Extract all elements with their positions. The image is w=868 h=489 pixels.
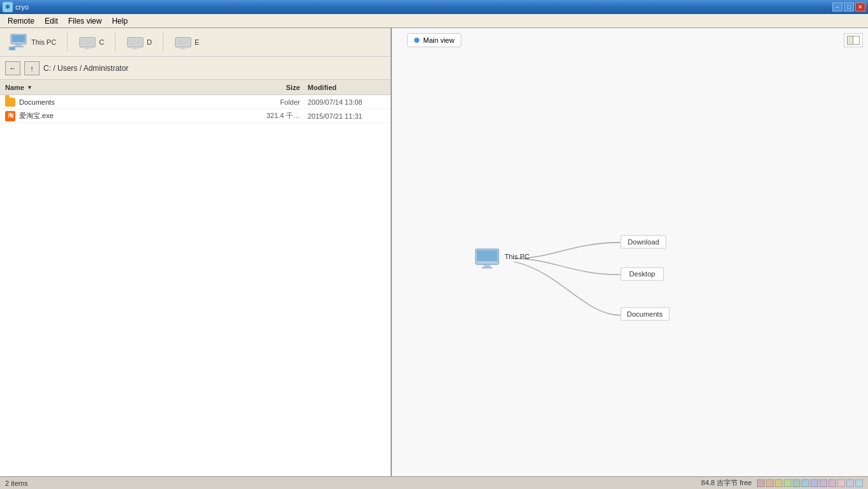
drive-c-icon — [79, 35, 96, 49]
path-text: C: / Users / Administrator — [43, 64, 128, 73]
color-swatch[interactable] — [819, 479, 827, 487]
drive-e-label: E — [195, 38, 199, 46]
svg-rect-17 — [177, 39, 190, 45]
color-swatch[interactable] — [784, 479, 791, 487]
mindmap-area: This PC Download Desktop Documents — [392, 28, 868, 476]
file-size-documents: Folder — [249, 98, 300, 106]
color-swatch[interactable] — [828, 479, 836, 487]
svg-rect-5 — [10, 47, 15, 50]
svg-rect-2 — [16, 44, 21, 46]
maximize-button[interactable]: □ — [844, 3, 854, 11]
this-pc-icon — [8, 34, 29, 50]
color-swatch[interactable] — [793, 479, 800, 487]
drive-separator-1 — [67, 33, 68, 52]
drive-d-label: D — [147, 38, 152, 46]
file-name-documents: Documents — [0, 98, 249, 107]
right-panel: Main view — [392, 28, 868, 476]
color-swatch[interactable] — [757, 479, 765, 487]
column-modified-header[interactable]: Modified — [300, 84, 383, 91]
color-palette — [757, 479, 863, 487]
back-button[interactable]: ← — [5, 61, 20, 75]
svg-rect-12 — [129, 39, 142, 45]
left-panel: This PC C — [0, 28, 392, 476]
title-bar-left: ❄ cryo — [3, 2, 29, 12]
file-modified-documents: 2009/07/14 13:08 — [300, 98, 383, 106]
menu-bar: Remote Edit Files view Help — [0, 14, 868, 28]
minimize-button[interactable]: − — [832, 3, 842, 11]
svg-rect-7 — [81, 39, 94, 45]
svg-rect-1 — [12, 35, 25, 42]
color-swatch[interactable] — [837, 479, 845, 487]
menu-files-view[interactable]: Files view — [63, 15, 107, 27]
svg-text:Documents: Documents — [627, 310, 662, 318]
file-modified-taobao: 2015/07/21 11:31 — [300, 112, 383, 120]
svg-rect-24 — [482, 267, 492, 268]
color-swatch[interactable] — [811, 479, 818, 487]
file-list-header: Name ▼ Size Modified — [0, 80, 391, 95]
file-size-taobao: 321.4 千… — [249, 111, 300, 121]
svg-rect-22 — [477, 250, 497, 261]
this-pc-drive[interactable]: This PC — [5, 32, 59, 52]
drive-d-icon — [126, 35, 144, 49]
svg-text:Download: Download — [628, 238, 659, 246]
status-bar: 2 items 84.8 吉字节 free — [0, 476, 868, 489]
title-text: cryo — [15, 3, 29, 11]
close-button[interactable]: ✕ — [855, 3, 865, 11]
menu-edit[interactable]: Edit — [40, 15, 63, 27]
drive-separator-2 — [115, 33, 116, 52]
color-swatch[interactable] — [775, 479, 782, 487]
up-button[interactable]: ↑ — [24, 61, 40, 75]
column-name-header[interactable]: Name ▼ — [0, 84, 249, 91]
color-swatch[interactable] — [855, 479, 863, 487]
mindmap-svg: This PC Download Desktop Documents — [392, 28, 868, 476]
documents-node[interactable]: Documents — [621, 308, 670, 320]
download-node[interactable]: Download — [621, 236, 666, 248]
svg-text:This PC: This PC — [504, 253, 529, 260]
drive-toolbar: This PC C — [0, 28, 391, 57]
table-row[interactable]: 淘 爱淘宝.exe 321.4 千… 2015/07/21 11:31 — [0, 109, 391, 123]
taobao-icon: 淘 — [5, 111, 15, 121]
desktop-node[interactable]: Desktop — [621, 267, 664, 280]
svg-rect-20 — [179, 49, 187, 49]
status-items-count: 2 items — [5, 479, 27, 487]
svg-rect-13 — [128, 47, 143, 48]
color-swatch[interactable] — [766, 479, 774, 487]
svg-text:Desktop: Desktop — [629, 270, 655, 278]
file-name-taobao: 淘 爱淘宝.exe — [0, 111, 249, 121]
column-size-header[interactable]: Size — [249, 84, 300, 91]
app-icon: ❄ — [3, 2, 13, 12]
this-pc-node[interactable]: This PC — [475, 249, 530, 268]
this-pc-label: This PC — [31, 38, 56, 46]
path-bar: ← ↑ C: / Users / Administrator — [0, 57, 391, 80]
file-list: Documents Folder 2009/07/14 13:08 淘 爱淘宝.… — [0, 95, 391, 476]
folder-icon — [5, 98, 15, 107]
svg-rect-23 — [484, 264, 490, 267]
window-controls: − □ ✕ — [832, 3, 865, 11]
main-container: This PC C — [0, 28, 868, 476]
drive-c-group[interactable]: C — [75, 33, 107, 51]
drive-d-group[interactable]: D — [123, 33, 155, 51]
title-bar: ❄ cryo − □ ✕ — [0, 0, 868, 14]
svg-rect-8 — [80, 47, 95, 48]
svg-rect-10 — [84, 49, 91, 49]
color-swatch[interactable] — [846, 479, 854, 487]
status-free-space: 84.8 吉字节 free — [701, 478, 752, 488]
menu-remote[interactable]: Remote — [3, 15, 40, 27]
svg-rect-18 — [176, 47, 191, 48]
table-row[interactable]: Documents Folder 2009/07/14 13:08 — [0, 95, 391, 109]
drive-separator-3 — [163, 33, 163, 52]
drive-c-label: C — [99, 38, 104, 46]
menu-help[interactable]: Help — [107, 15, 133, 27]
drive-e-icon — [174, 35, 192, 49]
svg-rect-15 — [131, 49, 139, 49]
drive-e-group[interactable]: E — [171, 33, 202, 51]
color-swatch[interactable] — [802, 479, 809, 487]
